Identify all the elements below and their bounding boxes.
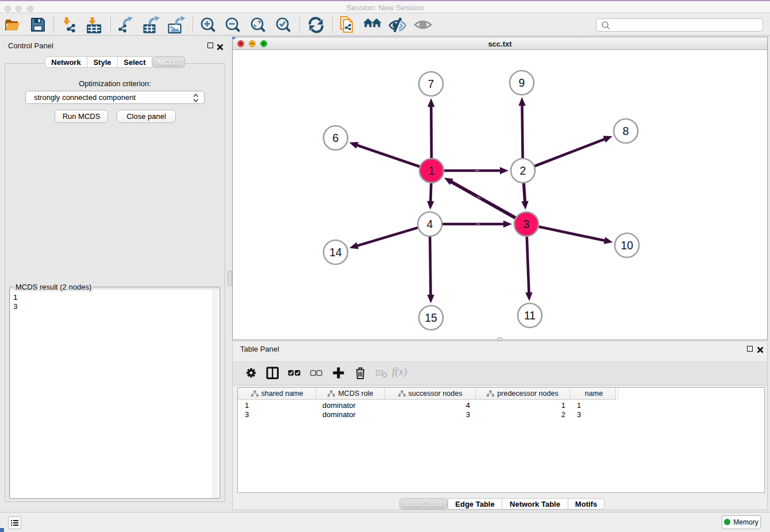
svg-text:7: 7 [428, 78, 434, 90]
svg-text:14: 14 [329, 246, 342, 259]
svg-text:9: 9 [519, 76, 525, 89]
svg-text:11: 11 [524, 309, 536, 322]
svg-text:3: 3 [523, 218, 530, 230]
svg-text:6: 6 [333, 132, 339, 144]
svg-text:15: 15 [425, 311, 437, 324]
svg-text:8: 8 [623, 125, 629, 137]
svg-text:4: 4 [427, 218, 433, 230]
svg-text:2: 2 [520, 164, 526, 177]
svg-text:1: 1 [429, 164, 435, 177]
svg-text:10: 10 [621, 239, 633, 252]
